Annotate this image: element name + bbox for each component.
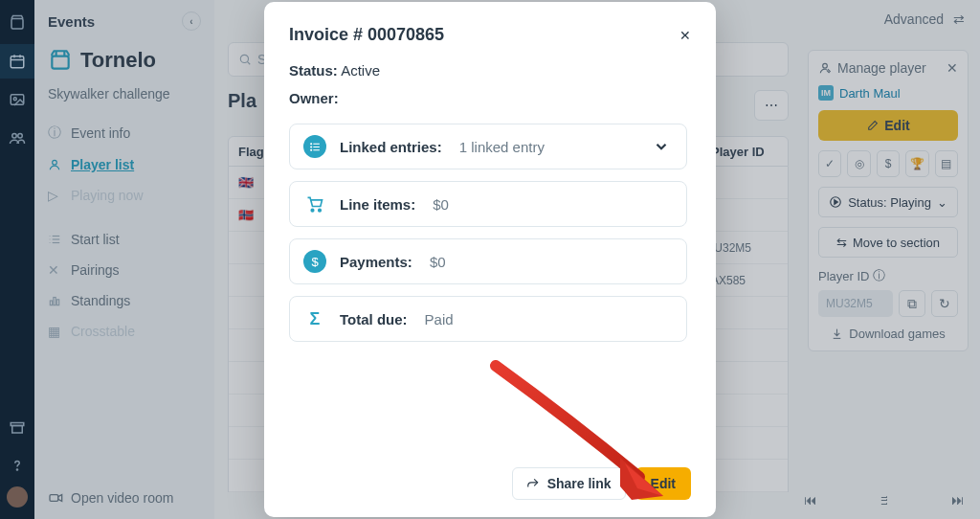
sigma-icon: Σ bbox=[303, 307, 326, 330]
owner-label: Owner: bbox=[289, 90, 687, 106]
svg-point-35 bbox=[310, 149, 311, 150]
linked-icon bbox=[303, 135, 326, 158]
share-link-button[interactable]: Share link bbox=[512, 467, 626, 500]
share-icon bbox=[526, 477, 540, 490]
linked-entries-label: Linked entries: bbox=[340, 139, 442, 155]
payments-label: Payments: bbox=[340, 254, 412, 270]
status-value: Active bbox=[341, 62, 380, 79]
total-due-card[interactable]: Σ Total due: Paid bbox=[289, 296, 687, 342]
line-items-card[interactable]: Line items: $0 bbox=[289, 181, 687, 227]
share-link-label: Share link bbox=[547, 476, 612, 491]
svg-point-36 bbox=[311, 209, 314, 212]
total-due-value: Paid bbox=[425, 311, 454, 327]
status-label: Status: bbox=[289, 62, 338, 79]
modal-edit-button[interactable]: Edit bbox=[635, 467, 691, 500]
payments-card[interactable]: $ Payments: $0 bbox=[289, 238, 687, 284]
chevron-down-icon bbox=[650, 135, 673, 158]
modal-edit-label: Edit bbox=[651, 476, 676, 491]
invoice-modal: Invoice # 00070865 ✕ Status: Active Owne… bbox=[264, 2, 716, 517]
modal-overlay: Invoice # 00070865 ✕ Status: Active Owne… bbox=[0, 0, 980, 519]
line-items-label: Line items: bbox=[340, 196, 415, 213]
svg-point-34 bbox=[310, 146, 311, 147]
total-due-label: Total due: bbox=[340, 311, 408, 327]
linked-entries-card[interactable]: Linked entries: 1 linked entry bbox=[289, 124, 687, 169]
dollar-icon: $ bbox=[303, 250, 326, 273]
modal-close-button[interactable]: ✕ bbox=[679, 28, 691, 43]
payments-value: $0 bbox=[430, 254, 446, 270]
cart-icon bbox=[303, 192, 326, 215]
modal-title: Invoice # 00070865 bbox=[289, 25, 444, 45]
linked-entries-value: 1 linked entry bbox=[459, 139, 545, 155]
svg-point-33 bbox=[310, 143, 311, 144]
svg-point-37 bbox=[319, 209, 322, 212]
line-items-value: $0 bbox=[433, 196, 449, 213]
